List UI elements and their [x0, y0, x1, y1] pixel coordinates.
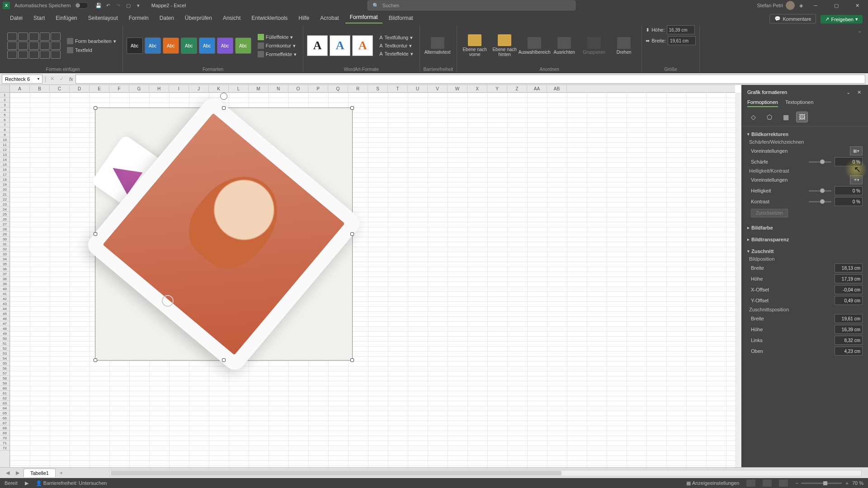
text-effects-button[interactable]: ATexteffekte ▾ — [377, 50, 415, 58]
wordart-style-3[interactable]: A — [352, 35, 373, 56]
display-settings[interactable]: ▦ Anzeigeeinstellungen — [686, 480, 739, 486]
vertical-scrollbar[interactable] — [735, 93, 741, 467]
ribbon-tab[interactable]: Hilfe — [294, 13, 314, 23]
picpos-x[interactable] — [835, 285, 863, 294]
shape-style-swatch[interactable]: Abc — [199, 38, 215, 54]
view-page-break[interactable] — [779, 479, 788, 487]
close-button[interactable]: ✕ — [849, 0, 865, 11]
zoom-out[interactable]: − — [795, 480, 798, 486]
save-icon[interactable]: 💾 — [94, 1, 104, 10]
autosave-toggle[interactable] — [75, 2, 88, 9]
rotate-button[interactable]: Drehen — [610, 36, 638, 56]
zoom-in[interactable]: ＋ — [844, 480, 849, 487]
selection-pane-button[interactable]: Auswahlbereich — [520, 36, 548, 56]
height-input[interactable] — [667, 25, 695, 34]
zoom-level[interactable]: 70 % — [852, 480, 863, 486]
shape-style-swatch[interactable]: Abc — [181, 38, 197, 54]
ribbon-tab[interactable]: Entwicklertools — [247, 13, 292, 23]
ribbon-tab[interactable]: Daten — [155, 13, 179, 23]
sharpen-presets[interactable]: ▦▾ — [850, 146, 863, 155]
macro-icon[interactable]: ▶ — [25, 480, 28, 486]
shape-effects-button[interactable]: Formeffekte ▾ — [255, 50, 300, 58]
brightness-slider[interactable] — [809, 190, 831, 192]
name-box[interactable]: Rechteck 6▾ — [2, 75, 42, 84]
maximize-button[interactable]: ▢ — [828, 0, 844, 11]
resize-handle[interactable] — [94, 358, 97, 362]
width-input[interactable] — [668, 36, 696, 45]
size-props-icon[interactable]: ▦ — [780, 112, 792, 122]
horizontal-scrollbar[interactable] — [109, 470, 862, 476]
shape-style-swatch[interactable]: Abc — [127, 38, 143, 54]
shape-style-swatch[interactable]: Abc — [145, 38, 161, 54]
effects-icon[interactable]: ⬠ — [764, 112, 775, 122]
shape-style-swatch[interactable]: Abc — [163, 38, 179, 54]
collapse-ribbon-icon[interactable]: ⌄ — [855, 25, 864, 73]
ribbon-tab[interactable]: Seitenlayout — [84, 13, 123, 23]
picpos-height[interactable] — [835, 274, 863, 283]
crop-height[interactable] — [835, 325, 863, 334]
share-button[interactable]: ↗ Freigeben ▾ — [821, 15, 863, 23]
tab-shape-options[interactable]: Formoptionen — [747, 99, 778, 107]
contrast-slider[interactable] — [809, 201, 831, 202]
section-crop[interactable]: Zuschnitt — [747, 247, 863, 255]
wordart-style-2[interactable]: A — [330, 35, 350, 56]
section-color[interactable]: Bildfarbe — [747, 224, 863, 232]
ribbon-tab[interactable]: Formformat — [345, 12, 382, 23]
resize-handle[interactable] — [350, 232, 354, 236]
resize-handle[interactable] — [350, 358, 354, 362]
comments-button[interactable]: 💬 Kommentare — [769, 14, 816, 23]
minimize-button[interactable]: ─ — [807, 0, 824, 11]
ribbon-tab[interactable]: Einfügen — [51, 13, 81, 23]
ribbon-tab[interactable]: Start — [29, 13, 49, 23]
tab-text-options[interactable]: Textoptionen — [785, 99, 813, 107]
column-headers[interactable]: ABCDEFGHIJKLMNOPQRSTUVWXYZAAAB — [10, 85, 735, 93]
resize-handle[interactable] — [94, 232, 97, 236]
row-headers[interactable]: 1234567891011121314151617181920212223242… — [0, 93, 10, 467]
resize-handle[interactable] — [350, 106, 354, 110]
pane-options-icon[interactable]: ⌄ — [844, 89, 852, 96]
ribbon-tab[interactable]: Datei — [5, 13, 27, 23]
wordart-style-1[interactable]: A — [307, 35, 328, 56]
search-box[interactable]: 🔍 Suchen — [368, 0, 576, 10]
shape-gallery[interactable] — [7, 33, 61, 59]
textbox-button[interactable]: Textfeld — [64, 46, 119, 54]
ribbon-tab[interactable]: Überprüfen — [180, 13, 217, 23]
sharpness-slider[interactable] — [809, 161, 831, 163]
shape-style-swatch[interactable]: Abc — [235, 38, 251, 54]
resize-handle[interactable] — [222, 106, 226, 110]
add-sheet-button[interactable]: ＋ — [57, 469, 66, 477]
view-normal[interactable] — [746, 479, 755, 487]
pane-close-icon[interactable]: ✕ — [855, 89, 863, 96]
qat-more-icon[interactable]: ▾ — [133, 1, 143, 10]
ribbon-tab[interactable]: Formeln — [124, 13, 153, 23]
resize-handle[interactable] — [222, 358, 226, 362]
picture-icon[interactable]: 🖼 — [796, 112, 808, 122]
accessibility-status[interactable]: 👤 Barrierefreiheit: Untersuchen — [36, 480, 107, 486]
rotate-handle[interactable] — [220, 93, 227, 100]
undo-icon[interactable]: ↶ — [104, 1, 113, 10]
sheet-nav-prev[interactable]: ◀ — [4, 470, 12, 476]
ribbon-tab[interactable]: Acrobat — [316, 13, 343, 23]
account-button[interactable]: Stefan Petri — [757, 1, 795, 10]
bring-forward-button[interactable]: Ebene nach vorne — [461, 33, 489, 58]
section-transparency[interactable]: Bildtransparenz — [747, 235, 863, 244]
redo-icon[interactable]: ↷ — [113, 1, 123, 10]
send-backward-button[interactable]: Ebene nach hinten — [491, 33, 519, 58]
edit-shape-button[interactable]: Form bearbeiten ▾ — [64, 37, 119, 45]
ribbon-tab[interactable]: Ansicht — [218, 13, 245, 23]
selected-picture[interactable] — [95, 108, 353, 361]
section-corrections[interactable]: Bildkorrekturen — [747, 130, 863, 138]
picpos-y[interactable] — [835, 296, 863, 305]
alt-text-button[interactable]: Alternativtext — [424, 36, 452, 56]
brightness-input[interactable] — [835, 186, 863, 195]
diamond-icon[interactable]: ◈ — [799, 3, 803, 9]
view-page-layout[interactable] — [763, 479, 772, 487]
camera-icon[interactable]: ▢ — [123, 1, 133, 10]
picpos-width[interactable] — [835, 263, 863, 272]
select-all-corner[interactable] — [0, 85, 10, 93]
shape-outline-button[interactable]: Formkontur ▾ — [255, 42, 300, 50]
worksheet[interactable]: ABCDEFGHIJKLMNOPQRSTUVWXYZAAAB 123456789… — [0, 85, 741, 467]
bc-presets[interactable]: ☀▾ — [850, 175, 863, 184]
crop-top[interactable] — [835, 347, 863, 356]
crop-left[interactable] — [835, 336, 863, 345]
